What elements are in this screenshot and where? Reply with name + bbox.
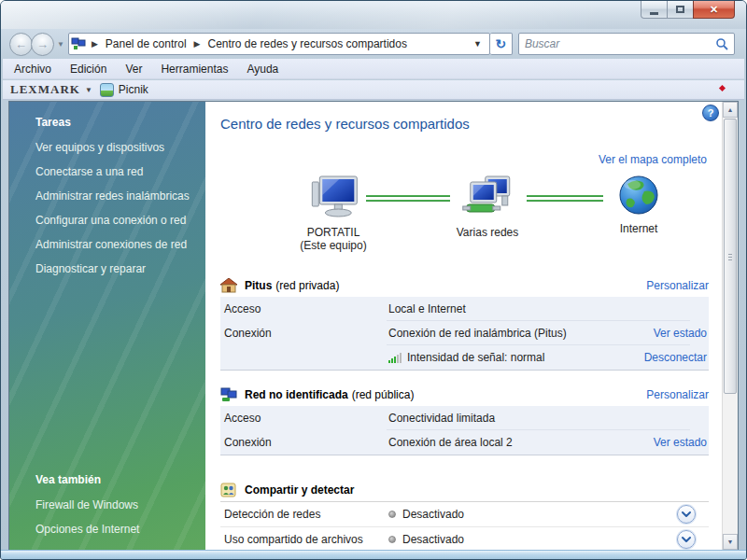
chevron-down-icon bbox=[681, 536, 692, 543]
recent-pages-dropdown-icon[interactable]: ▼ bbox=[57, 40, 64, 49]
minimize-button[interactable] bbox=[641, 1, 668, 19]
map-node-sublabel: (Este equipo) bbox=[300, 239, 366, 252]
picnik-button[interactable]: Picnik bbox=[119, 83, 148, 96]
lexmark-toolbar: LEXMARK ▼ Picnik bbox=[3, 80, 744, 100]
network-detail-row: Conexión Conexión de red inalámbrica (Pi… bbox=[220, 321, 709, 345]
network-detail-row: Acceso Local e Internet bbox=[220, 297, 709, 321]
row-label: Acceso bbox=[220, 412, 388, 425]
sidebar-item-ver-equipos[interactable]: Ver equipos y dispositivos bbox=[35, 141, 198, 154]
menu-bar: Archivo Edición Ver Herramientas Ayuda bbox=[3, 59, 744, 79]
menu-herramientas[interactable]: Herramientas bbox=[151, 63, 237, 76]
view-status-link[interactable]: Ver estado bbox=[654, 436, 709, 449]
network-detail-row: Conexión Conexión de área local 2 Ver es… bbox=[220, 430, 709, 455]
connection-line bbox=[527, 195, 603, 203]
sidebar-item-redes-inalambricas[interactable]: Administrar redes inalámbricas bbox=[35, 189, 198, 203]
refresh-button[interactable]: ↻ bbox=[490, 33, 513, 55]
connection-line bbox=[366, 195, 450, 203]
map-node-label: Varias redes bbox=[457, 226, 518, 239]
maximize-button[interactable] bbox=[668, 1, 693, 19]
map-node-varias-redes[interactable]: Varias redes bbox=[457, 175, 518, 239]
menu-archivo[interactable]: Archivo bbox=[10, 63, 61, 76]
status-off-icon bbox=[388, 511, 396, 518]
tasks-sidebar: Tareas Ver equipos y dispositivos Conect… bbox=[9, 102, 205, 550]
scrollbar-grip-icon bbox=[728, 257, 732, 258]
window-controls: ✕ bbox=[641, 1, 735, 19]
map-node-internet[interactable]: Internet bbox=[618, 175, 659, 235]
address-bar: ← → ▼ ▶ Panel de control ▶ Centro de red… bbox=[1, 29, 746, 59]
sharing-row-label: Uso compartido de archivos bbox=[220, 533, 388, 546]
network-map: PORTATIL (Este equipo) bbox=[205, 167, 722, 274]
scrollbar-thumb[interactable] bbox=[724, 119, 737, 394]
menu-ayuda[interactable]: Ayuda bbox=[237, 63, 288, 76]
help-icon[interactable]: ? bbox=[702, 105, 719, 121]
sidebar-item-opciones-internet[interactable]: Opciones de Internet bbox=[35, 523, 198, 536]
close-icon: ✕ bbox=[710, 4, 718, 16]
personalize-link[interactable]: Personalizar bbox=[646, 388, 709, 401]
vista-window: ✕ ← → ▼ ▶ Panel de control ▶ Centro de r… bbox=[0, 0, 747, 560]
chevron-down-icon bbox=[681, 511, 692, 518]
lexmark-diamond-icon bbox=[719, 85, 726, 91]
breadcrumb-arrow-icon: ▶ bbox=[194, 39, 201, 49]
sidebar-item-firewall[interactable]: Firewall de Windows bbox=[35, 498, 198, 511]
search-input[interactable] bbox=[525, 37, 715, 50]
sharing-section: Compartir y detectar Detección de redes … bbox=[220, 478, 709, 550]
network-center-icon bbox=[71, 37, 86, 50]
view-status-link[interactable]: Ver estado bbox=[654, 327, 709, 340]
page-title: Centro de redes y recursos compartidos bbox=[220, 116, 470, 132]
forward-button[interactable]: → bbox=[31, 33, 54, 56]
house-icon bbox=[220, 278, 237, 293]
minimize-icon bbox=[650, 12, 658, 15]
disconnect-link[interactable]: Desconectar bbox=[644, 351, 709, 364]
maximize-icon bbox=[676, 6, 684, 13]
vertical-scrollbar[interactable]: ▲ ▼ bbox=[722, 102, 738, 550]
address-dropdown-icon[interactable]: ▼ bbox=[468, 39, 487, 49]
row-label: Conexión bbox=[220, 327, 388, 340]
breadcrumb-item-panel[interactable]: Panel de control bbox=[104, 35, 189, 52]
scroll-down-button[interactable]: ▼ bbox=[723, 534, 738, 550]
status-text: Desactivado bbox=[402, 533, 464, 546]
sidebar-item-conectarse[interactable]: Conectarse a una red bbox=[35, 165, 198, 178]
status-off-icon bbox=[388, 536, 396, 543]
breadcrumb-item-network-center[interactable]: Centro de redes y recursos compartidos bbox=[206, 35, 409, 52]
network-detail-row: Intensidad de señal: normal Desconectar bbox=[220, 345, 709, 370]
title-bar[interactable] bbox=[1, 1, 746, 29]
search-icon[interactable] bbox=[715, 37, 728, 50]
sidebar-item-administrar-conexiones[interactable]: Administrar conexiones de red bbox=[35, 238, 198, 251]
window-bottom-frame bbox=[1, 550, 746, 559]
sharing-icon bbox=[220, 483, 237, 497]
expand-button[interactable] bbox=[677, 505, 696, 524]
expand-button[interactable] bbox=[677, 530, 696, 549]
sharing-row: Uso compartido de archivos Desactivado bbox=[220, 527, 709, 550]
lexmark-dropdown-icon[interactable]: ▼ bbox=[85, 86, 92, 94]
back-button[interactable]: ← bbox=[9, 33, 33, 56]
row-label: Conexión bbox=[220, 436, 388, 449]
row-value: Conexión de red inalámbrica (Pitus) bbox=[388, 327, 567, 340]
internet-globe-icon bbox=[618, 175, 659, 216]
tasks-header: Tareas bbox=[35, 116, 198, 129]
network-section-pitus: Pitus (red privada) Personalizar Acceso … bbox=[220, 274, 709, 371]
sidebar-item-configurar-conexion[interactable]: Configurar una conexión o red bbox=[35, 214, 198, 227]
sharing-header: Compartir y detectar bbox=[245, 483, 354, 497]
row-value: Intensidad de señal: normal bbox=[407, 351, 544, 364]
signal-strength-icon bbox=[388, 352, 403, 363]
menu-edicion[interactable]: Edición bbox=[61, 63, 116, 76]
network-detail-row: Acceso Conectividad limitada bbox=[220, 406, 709, 430]
network-name: Red no identificada bbox=[245, 388, 348, 401]
scroll-up-button[interactable]: ▲ bbox=[723, 102, 738, 118]
map-node-label: Internet bbox=[618, 222, 659, 235]
menu-ver[interactable]: Ver bbox=[116, 63, 151, 76]
row-value: Conexión de área local 2 bbox=[388, 436, 513, 449]
full-map-link[interactable]: Ver el mapa completo bbox=[599, 153, 707, 166]
breadcrumb-arrow-icon: ▶ bbox=[92, 39, 98, 49]
network-name: Pitus bbox=[245, 279, 272, 292]
picnik-icon bbox=[100, 83, 114, 97]
sidebar-item-diagnosticar[interactable]: Diagnosticar y reparar bbox=[35, 262, 198, 275]
personalize-link[interactable]: Personalizar bbox=[646, 279, 709, 292]
multiple-networks-icon bbox=[461, 175, 514, 219]
close-button[interactable]: ✕ bbox=[693, 1, 735, 19]
search-box bbox=[518, 33, 735, 55]
see-also-header: Vea también bbox=[35, 473, 198, 486]
sharing-row-label: Detección de redes bbox=[220, 508, 388, 521]
lexmark-button[interactable]: LEXMARK bbox=[10, 82, 80, 97]
map-node-this-computer[interactable]: PORTATIL (Este equipo) bbox=[300, 175, 366, 252]
